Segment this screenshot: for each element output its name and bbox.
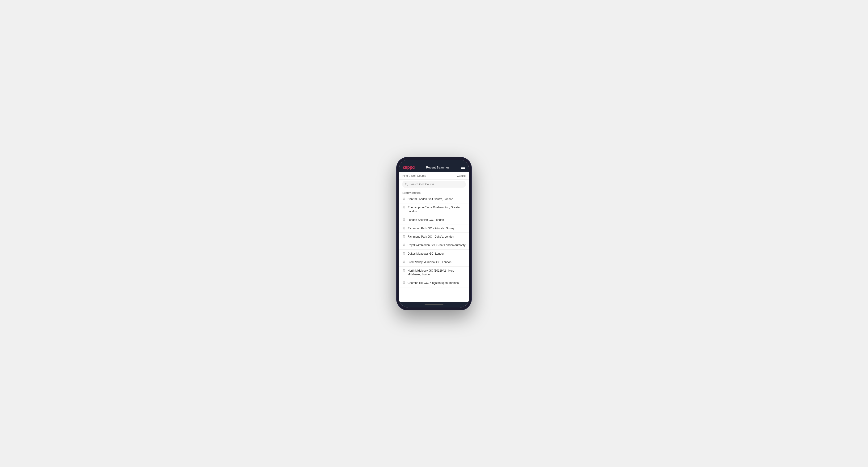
svg-point-11 [404,282,404,283]
svg-point-2 [404,198,404,199]
list-item[interactable]: Roehampton Club - Roehampton, Greater Lo… [399,204,469,216]
list-item[interactable]: Brent Valley Municipal GC, London [399,258,469,267]
course-name: Brent Valley Municipal GC, London [408,260,452,264]
svg-line-1 [407,185,408,185]
course-name: Central London Golf Centre, London [408,197,453,201]
location-icon [402,227,406,230]
location-icon [402,197,406,201]
menu-bar-2 [461,167,465,167]
course-name: Dukes Meadows GC, London [408,252,445,256]
app-logo: clippd [403,165,415,170]
list-item[interactable]: Richmond Park GC - Duke's, London [399,233,469,241]
phone-screen: clippd Recent Searches Find a Golf Cours… [399,160,469,308]
location-icon [402,244,406,247]
search-header: Find a Golf Course Cancel [399,172,469,180]
svg-point-9 [404,261,404,262]
location-icon [402,235,406,238]
svg-point-5 [404,227,404,228]
course-name: Richmond Park GC - Duke's, London [408,235,454,239]
search-input-box[interactable] [402,181,466,188]
course-name: Richmond Park GC - Prince's, Surrey [408,226,454,230]
find-golf-course-label: Find a Golf Course [402,174,426,178]
list-item[interactable]: Royal Wimbledon GC, Great London Authori… [399,241,469,250]
location-icon [402,260,406,264]
course-name: Coombe Hill GC, Kingston upon Thames [408,281,459,285]
cancel-button[interactable]: Cancel [457,174,466,178]
home-indicator [399,302,469,308]
list-item[interactable]: Coombe Hill GC, Kingston upon Thames [399,279,469,287]
location-icon [402,206,406,209]
location-icon [402,269,406,272]
search-icon [405,183,408,186]
location-icon [402,218,406,222]
course-name: North Middlesex GC (1011942 - North Midd… [408,269,466,277]
svg-point-10 [404,270,404,270]
course-name: Roehampton Club - Roehampton, Greater Lo… [408,206,466,214]
search-input[interactable] [409,183,463,186]
svg-point-6 [404,236,404,237]
nav-bar: clippd Recent Searches [399,163,469,172]
status-bar [399,160,469,163]
course-name: Royal Wimbledon GC, Great London Authori… [408,243,465,247]
course-name: London Scottish GC, London [408,218,444,222]
home-bar [425,304,443,305]
list-item[interactable]: Central London Golf Centre, London [399,195,469,204]
list-item[interactable]: North Middlesex GC (1011942 - North Midd… [399,267,469,279]
menu-bar-1 [461,166,465,166]
svg-point-8 [404,253,404,253]
menu-icon[interactable] [461,166,465,169]
nav-title: Recent Searches [426,166,450,169]
svg-point-3 [404,207,404,207]
menu-bar-3 [461,168,465,169]
phone-device: clippd Recent Searches Find a Golf Cours… [396,157,472,310]
location-icon [402,252,406,255]
courses-section: Nearby courses Central London Golf Centr… [399,189,469,302]
list-item[interactable]: Dukes Meadows GC, London [399,250,469,258]
svg-point-7 [404,245,404,245]
nearby-courses-label: Nearby courses [399,189,469,195]
search-input-wrapper [399,180,469,189]
list-item[interactable]: London Scottish GC, London [399,216,469,224]
list-item[interactable]: Richmond Park GC - Prince's, Surrey [399,224,469,233]
svg-point-4 [404,219,404,219]
location-icon [402,281,406,285]
